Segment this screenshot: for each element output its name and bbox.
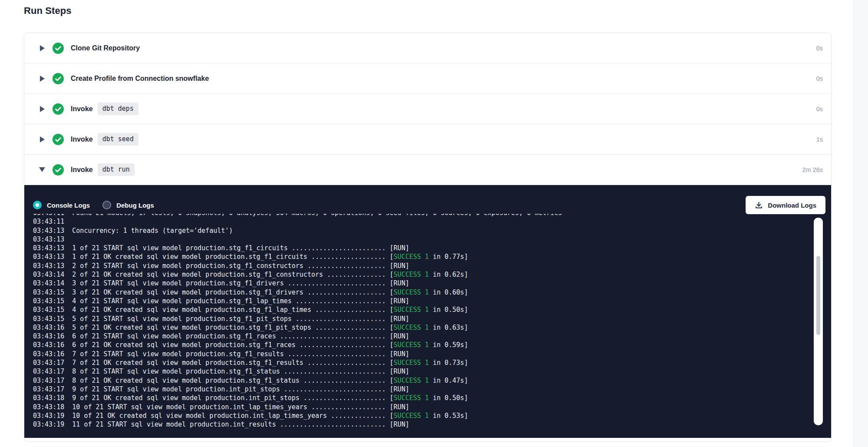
log-line: 03:43:16 5 of 21 OK created sql view mod… (33, 323, 788, 332)
console-log-output: 03:43:11 Found 21 models, 17 tests, 0 sn… (33, 214, 788, 436)
success-check-icon (53, 103, 64, 115)
log-line: 03:43:13 (33, 235, 788, 244)
log-lines: 03:43:11 Found 21 models, 17 tests, 0 sn… (33, 214, 788, 429)
log-line: 03:43:13 Concurrency: 1 threads (target=… (33, 226, 788, 235)
expand-caret-icon[interactable] (39, 106, 46, 112)
radio-console-logs[interactable]: Console Logs (33, 201, 90, 209)
download-logs-button[interactable]: Download Logs (746, 196, 825, 214)
card-footer (24, 438, 831, 441)
log-scrollbar-thumb[interactable] (816, 256, 820, 335)
log-line: 03:43:16 7 of 21 START sql view model pr… (33, 350, 788, 358)
radio-selected-icon[interactable] (33, 201, 42, 209)
success-check-icon (53, 73, 64, 84)
radio-unselected-icon[interactable] (102, 201, 111, 209)
collapse-caret-icon[interactable] (39, 167, 46, 172)
log-line: 03:43:17 8 of 21 OK created sql view mod… (33, 376, 788, 385)
step-row-create-profile[interactable]: Create Profile from Connection snowflake… (24, 63, 831, 94)
step-duration: 0s (816, 75, 823, 82)
run-steps-card: Clone Git Repository 0s Create Profile f… (24, 33, 832, 442)
log-line: 03:43:16 6 of 21 START sql view model pr… (33, 332, 788, 341)
console-log-panel: Console Logs Debug Logs Download Logs 03… (24, 185, 831, 438)
radio-debug-logs[interactable]: Debug Logs (102, 201, 154, 209)
command-badge: dbt run (98, 163, 135, 176)
command-badge: dbt deps (98, 103, 138, 115)
log-line: 03:43:15 4 of 21 OK created sql view mod… (33, 305, 788, 314)
step-duration: 0s (816, 106, 823, 113)
radio-label: Debug Logs (116, 202, 154, 209)
page-right-gutter (853, 0, 868, 447)
step-row-invoke-dbt-deps[interactable]: Invoke dbt deps 0s (24, 94, 831, 124)
step-row-invoke-dbt-seed[interactable]: Invoke dbt seed 1s (24, 124, 831, 155)
log-panel-header: Console Logs Debug Logs Download Logs (33, 196, 825, 214)
expand-caret-icon[interactable] (39, 76, 46, 82)
step-label: Invoke (71, 136, 93, 143)
log-scrollbar-track[interactable] (814, 218, 823, 425)
step-label: Invoke (71, 105, 93, 113)
command-badge: dbt seed (98, 133, 138, 146)
log-line: 03:43:13 1 of 21 START sql view model pr… (33, 244, 788, 252)
log-line: 03:43:13 2 of 21 START sql view model pr… (33, 262, 788, 270)
step-label: Invoke (71, 166, 93, 174)
log-line: 03:43:13 1 of 21 OK created sql view mod… (33, 252, 788, 261)
step-row-clone-git-repository[interactable]: Clone Git Repository 0s (24, 33, 831, 63)
log-line: 03:43:17 9 of 21 START sql view model pr… (33, 385, 788, 394)
page-title: Run Steps (24, 5, 72, 17)
log-line: 03:43:14 3 of 21 START sql view model pr… (33, 279, 788, 288)
log-line: 03:43:15 4 of 21 START sql view model pr… (33, 297, 788, 305)
radio-label: Console Logs (47, 202, 90, 209)
log-line: 03:43:17 7 of 21 OK created sql view mod… (33, 358, 788, 367)
step-label: Clone Git Repository (71, 44, 140, 52)
log-line: 03:43:14 2 of 21 OK created sql view mod… (33, 270, 788, 279)
step-row-invoke-dbt-run[interactable]: Invoke dbt run 2m 26s (24, 155, 831, 185)
step-duration: 2m 26s (802, 166, 823, 173)
log-line: 03:43:18 10 of 21 START sql view model p… (33, 403, 788, 411)
log-line: 03:43:19 11 of 21 START sql view model p… (33, 420, 788, 429)
log-line: 03:43:17 8 of 21 START sql view model pr… (33, 367, 788, 376)
step-label: Create Profile from Connection snowflake (71, 75, 209, 83)
success-check-icon (53, 164, 64, 175)
step-duration: 1s (816, 136, 823, 143)
log-line: 03:43:19 10 of 21 OK created sql view mo… (33, 411, 788, 420)
download-icon (755, 201, 763, 209)
expand-caret-icon[interactable] (39, 45, 46, 51)
success-check-icon (53, 43, 64, 54)
log-line: 03:43:15 3 of 21 OK created sql view mod… (33, 288, 788, 297)
log-line: 03:43:11 Found 21 models, 17 tests, 0 sn… (33, 214, 788, 217)
success-check-icon (53, 134, 64, 145)
expand-caret-icon[interactable] (39, 136, 46, 142)
download-label: Download Logs (768, 202, 816, 209)
step-duration: 0s (816, 45, 823, 52)
log-line: 03:43:11 (33, 217, 788, 226)
log-line: 03:43:16 6 of 21 OK created sql view mod… (33, 341, 788, 349)
log-line: 03:43:18 9 of 21 OK created sql view mod… (33, 394, 788, 402)
log-line: 03:43:15 5 of 21 START sql view model pr… (33, 315, 788, 323)
